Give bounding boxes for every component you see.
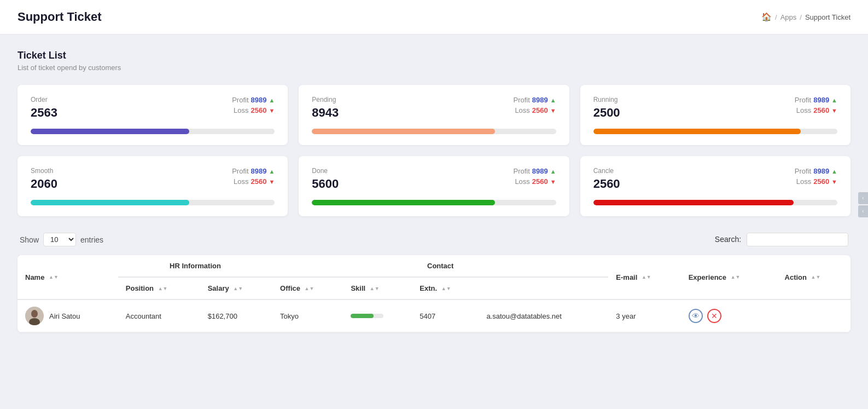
card-cancle: Cancle 2560 Profit 8989 ▲ Loss 2560 ▼ [580, 156, 850, 216]
cell-name: Airi Satou [18, 299, 118, 332]
col-email: E-mail ▲▼ [608, 255, 680, 299]
stat-loss-done: Loss 2560 ▼ [515, 177, 556, 186]
arrow-up-icon-pending: ▲ [550, 97, 556, 103]
card-left-done: Done 5600 [312, 167, 339, 191]
arrow-up-icon-cancle: ▲ [831, 168, 837, 175]
breadcrumb: 🏠 / Apps / Support Ticket [761, 12, 850, 22]
progress-container-smooth [31, 200, 275, 205]
card-label-running: Running [593, 96, 620, 103]
home-icon[interactable]: 🏠 [761, 12, 772, 22]
stat-loss-cancle: Loss 2560 ▼ [796, 177, 837, 186]
card-header-pending: Pending 8943 Profit 8989 ▲ Loss 2560 ▼ [312, 96, 556, 120]
arrow-down-icon-cancle: ▼ [831, 178, 837, 185]
cell-extn: 5407 [412, 299, 479, 332]
card-order: Order 2563 Profit 8989 ▲ Loss 2560 ▼ [18, 85, 288, 145]
stat-loss-order: Loss 2560 ▼ [234, 106, 275, 114]
page-header: Support Ticket 🏠 / Apps / Support Ticket [0, 0, 868, 34]
arrow-down-icon-pending: ▼ [550, 107, 556, 114]
card-left-cancle: Cancle 2560 [593, 167, 620, 191]
cell-email: a.satou@datatables.net [479, 299, 608, 332]
card-right-smooth: Profit 8989 ▲ Loss 2560 ▼ [232, 167, 275, 186]
cell-skill [343, 299, 412, 332]
progress-bar-smooth [31, 200, 189, 205]
show-entries: Show 10 25 50 100 entries [20, 233, 103, 246]
card-value-done: 5600 [312, 177, 339, 191]
card-right-cancle: Profit 8989 ▲ Loss 2560 ▼ [795, 167, 837, 186]
progress-container-order [31, 129, 275, 134]
arrow-down-icon-done: ▼ [550, 178, 556, 185]
search-input[interactable] [747, 233, 848, 246]
card-header-smooth: Smooth 2060 Profit 8989 ▲ Loss 2560 ▼ [31, 167, 275, 191]
show-label: Show [20, 235, 39, 244]
skill-bar-container [351, 314, 383, 318]
card-done: Done 5600 Profit 8989 ▲ Loss 2560 ▼ [299, 156, 569, 216]
breadcrumb-current: Support Ticket [805, 13, 850, 21]
progress-bar-cancle [593, 200, 794, 205]
arrow-down-icon-order: ▼ [269, 107, 275, 114]
stat-profit-cancle: Profit 8989 ▲ [795, 167, 837, 175]
delete-button[interactable]: ✕ [707, 309, 721, 323]
stat-profit-running: Profit 8989 ▲ [795, 96, 837, 104]
card-value-order: 2563 [31, 106, 57, 120]
card-header-cancle: Cancle 2560 Profit 8989 ▲ Loss 2560 ▼ [593, 167, 837, 191]
stat-loss-smooth: Loss 2560 ▼ [234, 177, 275, 186]
card-smooth: Smooth 2060 Profit 8989 ▲ Loss 2560 ▼ [18, 156, 288, 216]
breadcrumb-sep2: / [800, 13, 802, 21]
cell-position: Accountant [118, 299, 200, 332]
col-experience: Experience ▲▼ [681, 255, 777, 299]
progress-bar-done [312, 200, 495, 205]
card-header-order: Order 2563 Profit 8989 ▲ Loss 2560 ▼ [31, 96, 275, 120]
breadcrumb-sep1: / [775, 13, 777, 21]
arrow-down-icon-running: ▼ [831, 107, 837, 114]
main-content: Ticket List List of ticket opend by cust… [0, 34, 868, 348]
scroll-tab-1[interactable]: ‹ [858, 192, 868, 204]
sort-action-icon[interactable]: ▲▼ [811, 275, 821, 280]
view-button[interactable]: 👁 [689, 309, 703, 323]
table-row: Airi Satou Accountant $162,700 Tokyo 540… [18, 299, 850, 332]
table-controls: Show 10 25 50 100 entries Search: [18, 233, 850, 246]
cards-grid: Order 2563 Profit 8989 ▲ Loss 2560 ▼ [18, 85, 850, 216]
stat-profit-done: Profit 8989 ▲ [514, 167, 556, 175]
group-hr-information: HR Information [118, 255, 272, 277]
scroll-tab-2[interactable]: ‹ [858, 205, 868, 217]
breadcrumb-apps[interactable]: Apps [780, 13, 797, 21]
sort-exp-icon[interactable]: ▲▼ [731, 275, 741, 280]
card-header-done: Done 5600 Profit 8989 ▲ Loss 2560 ▼ [312, 167, 556, 191]
sort-office-icon[interactable]: ▲▼ [305, 286, 314, 292]
card-label-order: Order [31, 96, 57, 103]
card-pending: Pending 8943 Profit 8989 ▲ Loss 2560 ▼ [299, 85, 569, 145]
card-left-smooth: Smooth 2060 [31, 167, 57, 191]
card-label-done: Done [312, 167, 339, 175]
page-title: Support Ticket [18, 10, 102, 24]
search-label: Search: [715, 233, 848, 246]
sort-salary-icon[interactable]: ▲▼ [233, 286, 243, 292]
col-salary: Salary ▲▼ [200, 277, 272, 299]
card-left-pending: Pending 8943 [312, 96, 339, 120]
progress-bar-running [593, 129, 801, 134]
sort-position-icon[interactable]: ▲▼ [158, 286, 168, 292]
stat-profit-pending: Profit 8989 ▲ [514, 96, 556, 104]
entries-label: entries [80, 235, 103, 244]
avatar [25, 307, 44, 325]
progress-container-pending [312, 129, 556, 134]
sort-extn-icon[interactable]: ▲▼ [441, 286, 451, 292]
cell-salary: $162,700 [200, 299, 272, 332]
arrow-up-icon-order: ▲ [269, 97, 275, 103]
sort-name-icon[interactable]: ▲▼ [49, 275, 59, 280]
card-label-pending: Pending [312, 96, 339, 103]
progress-container-cancle [593, 200, 837, 205]
card-left-running: Running 2500 [593, 96, 620, 120]
progress-bar-order [31, 129, 189, 134]
section-title: Ticket List [18, 50, 850, 61]
sort-skill-icon[interactable]: ▲▼ [370, 286, 380, 292]
card-value-running: 2500 [593, 106, 620, 120]
card-label-cancle: Cancle [593, 167, 620, 175]
cell-action: 👁 ✕ [681, 299, 777, 332]
card-right-running: Profit 8989 ▲ Loss 2560 ▼ [795, 96, 837, 114]
sort-email-icon[interactable]: ▲▼ [642, 275, 651, 280]
card-value-cancle: 2560 [593, 177, 620, 191]
entries-select[interactable]: 10 25 50 100 [43, 233, 76, 246]
table-wrapper: Name ▲▼ HR Information Contact E-mail ▲▼… [18, 255, 850, 332]
card-value-pending: 8943 [312, 106, 339, 120]
progress-bar-pending [312, 129, 495, 134]
